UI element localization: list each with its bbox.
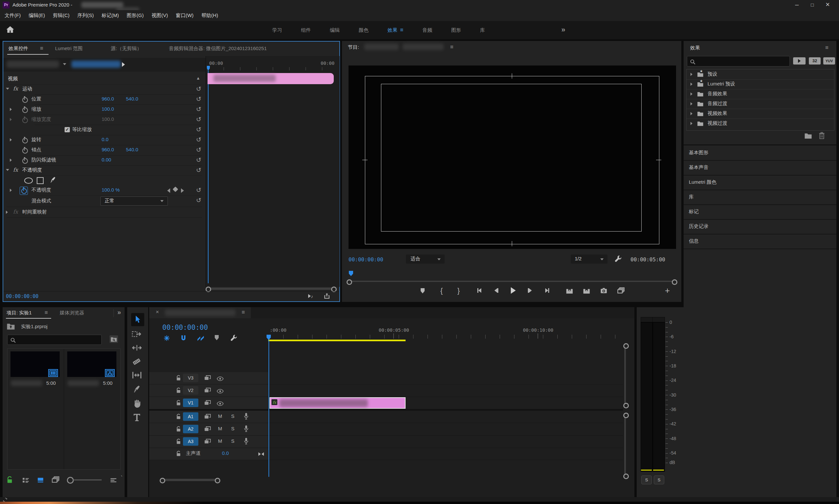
rotation-expand-chevron[interactable]	[10, 138, 12, 142]
workspace-tab-graphics[interactable]: 图形	[451, 27, 461, 33]
nest-toggle-icon[interactable]	[164, 335, 170, 341]
reset-scale-width-icon[interactable]: ↺	[196, 115, 201, 123]
next-keyframe-icon[interactable]	[181, 188, 184, 193]
menu-clip[interactable]: 剪辑(C)	[53, 13, 69, 19]
fit-dropdown[interactable]: 适合	[406, 254, 445, 264]
menu-window[interactable]: 窗口(W)	[176, 13, 193, 19]
play-audio-icon[interactable]: ♪	[308, 293, 313, 299]
antiflicker-expand-chevron[interactable]	[10, 159, 12, 162]
panel-tab-libraries[interactable]: 库	[684, 190, 836, 205]
track-lock-icon[interactable]	[176, 399, 181, 406]
voiceover-mic-icon[interactable]	[244, 413, 249, 420]
tab-source-monitor[interactable]: 源:（无剪辑）	[111, 46, 142, 52]
row-opacity[interactable]: 不透明度 100.0 % ↺	[3, 186, 205, 196]
close-button[interactable]: ×	[820, 0, 835, 10]
menu-help[interactable]: 帮助(H)	[201, 13, 218, 19]
effects-search-box[interactable]	[687, 56, 790, 67]
timeline-hscroll-thumb[interactable]	[161, 479, 217, 481]
yuv-effects-badge[interactable]: YUV	[823, 57, 835, 65]
workspace-tab-color[interactable]: 颜色	[359, 27, 369, 33]
tree-item-lumetri-presets[interactable]: ★ Lumetri 预设	[687, 79, 834, 89]
export-frame-icon[interactable]	[324, 293, 330, 299]
project-search-input[interactable]	[18, 336, 100, 344]
program-video-area[interactable]	[348, 66, 676, 249]
track-visibility-eye-icon[interactable]	[217, 400, 224, 406]
track-visibility-eye-icon[interactable]	[217, 375, 224, 381]
step-back-icon[interactable]	[494, 288, 498, 294]
program-panel-menu-icon[interactable]: ≡	[450, 44, 453, 50]
extract-icon[interactable]	[583, 288, 590, 294]
timeline-timecode[interactable]: 00:00:00:00	[162, 324, 208, 331]
anchor-stopwatch-icon[interactable]	[22, 148, 28, 154]
panel-tab-essential-sound[interactable]: 基本声音	[684, 161, 836, 176]
add-marker-icon[interactable]	[215, 335, 219, 341]
scale-expand-chevron[interactable]	[10, 108, 12, 111]
uniform-scale-checkbox[interactable]: ✓	[65, 127, 70, 132]
workspace-tab-audio[interactable]: 音频	[422, 27, 432, 33]
ec-mini-timeline[interactable]: 00:00 00:00	[206, 56, 340, 287]
tool-track-select[interactable]	[132, 331, 142, 338]
tool-type[interactable]	[133, 413, 141, 421]
workspace-tab-editing[interactable]: 编辑	[330, 27, 340, 33]
row-blend-mode[interactable]: 混合模式 正常 ↺	[3, 196, 205, 207]
comparison-view-icon[interactable]	[617, 287, 624, 294]
tab-audio-clip-mixer[interactable]: 音频剪辑混合器: 微信图片_20240123160251	[169, 46, 267, 52]
project-bin-area[interactable]: 5:00 5:00	[7, 348, 121, 470]
zoom-slider-handle[interactable]	[67, 477, 74, 484]
solo-button[interactable]: S	[231, 426, 235, 431]
chevron-icon[interactable]	[690, 102, 692, 105]
workspace-tab-learning[interactable]: 学习	[272, 27, 282, 33]
menu-file[interactable]: 文件(F)	[5, 13, 21, 19]
program-scrub-left-handle[interactable]	[346, 280, 352, 285]
rect-mask-icon[interactable]	[37, 177, 44, 184]
go-to-in-icon[interactable]	[477, 288, 481, 294]
linked-selection-icon[interactable]	[197, 335, 204, 341]
track-lock-icon[interactable]	[176, 387, 181, 393]
row-motion[interactable]: fx 运动 ↺	[3, 85, 205, 95]
minimize-button[interactable]: –	[789, 0, 805, 10]
anchor-y-value[interactable]: 540.0	[126, 147, 138, 152]
workspace-tab-assembly[interactable]: 组件	[301, 27, 311, 33]
solo-button[interactable]: S	[231, 413, 235, 419]
tool-selection-active[interactable]	[131, 313, 144, 326]
add-marker-icon[interactable]	[421, 288, 425, 294]
menu-view[interactable]: 视图(V)	[152, 13, 168, 19]
button-editor-plus-icon[interactable]: +	[665, 286, 670, 296]
vscroll-video-top-handle[interactable]	[623, 343, 629, 349]
solo-left-button[interactable]: S	[641, 475, 652, 484]
tree-item-video-transitions[interactable]: 视频过渡	[687, 119, 834, 128]
program-timecode[interactable]: 00:00:00:00	[348, 256, 383, 263]
sync-lock-icon[interactable]	[204, 438, 211, 445]
settings-wrench-icon[interactable]	[615, 255, 622, 262]
sync-status-icon[interactable]	[3, 497, 7, 502]
reset-anchor-icon[interactable]: ↺	[196, 146, 201, 154]
add-keyframe-icon[interactable]	[173, 187, 178, 192]
chevron-icon[interactable]	[690, 112, 692, 115]
reset-antiflicker-icon[interactable]: ↺	[196, 156, 201, 164]
project-writable-lock-icon[interactable]	[6, 476, 13, 483]
tab-close-icon[interactable]: ×	[156, 309, 159, 316]
panel-tab-info[interactable]: 信息	[684, 234, 836, 249]
delete-custom-item-icon[interactable]	[819, 132, 825, 139]
project-item-video-clip[interactable]: 5:00	[7, 349, 64, 396]
mark-in-icon[interactable]: {	[440, 287, 443, 295]
go-to-out-icon[interactable]	[545, 288, 549, 294]
reset-scale-icon[interactable]: ↺	[196, 105, 201, 113]
track-target-v1-active[interactable]: V1	[183, 399, 198, 407]
icon-view-icon[interactable]	[37, 477, 44, 483]
mute-button[interactable]: M	[218, 413, 222, 419]
row-opacity-group[interactable]: fx 不透明度 ↺	[3, 166, 205, 176]
chevron-icon[interactable]	[690, 122, 692, 125]
workspace-tab-effects-active[interactable]: 效果 ≡	[388, 27, 403, 33]
ellipse-mask-icon[interactable]	[24, 178, 33, 184]
32bit-effects-badge[interactable]: 32	[809, 57, 821, 65]
project-item-sequence[interactable]: 5:00	[64, 349, 120, 396]
reset-motion-icon[interactable]: ↺	[196, 85, 201, 93]
track-visibility-eye-icon[interactable]	[217, 388, 224, 394]
timeline-settings-wrench-icon[interactable]	[230, 335, 237, 341]
position-x-value[interactable]: 960.0	[102, 96, 114, 102]
menu-markers[interactable]: 标记(M)	[102, 13, 119, 19]
track-lock-icon[interactable]	[176, 450, 181, 456]
opacity-expand-chevron[interactable]	[10, 188, 12, 192]
program-scrub-right-handle[interactable]	[672, 280, 678, 285]
